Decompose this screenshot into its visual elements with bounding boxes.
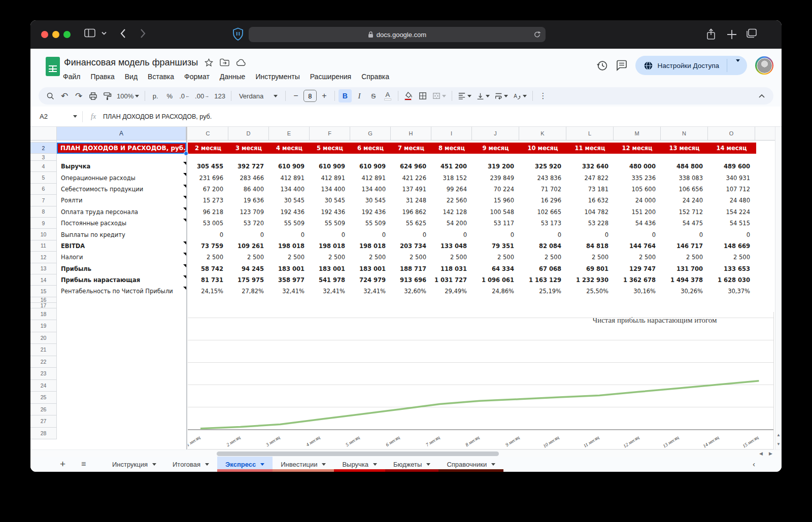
cell-E13[interactable]: 183 001 (269, 263, 310, 274)
embedded-chart[interactable]: Чистая прибыль нарастающим итогом 1 меся… (188, 312, 774, 449)
selection-fill-handle[interactable] (184, 151, 188, 156)
cloud-saved-icon[interactable] (236, 59, 247, 66)
cell-L14[interactable]: 1 232 930 (566, 274, 614, 286)
cell-D13[interactable]: 94 245 (228, 263, 269, 274)
collapse-toolbar-button[interactable] (755, 89, 768, 102)
cell-M4[interactable]: 480 000 (614, 161, 661, 172)
cell-E15[interactable]: 32,41% (269, 286, 310, 297)
cell-H6[interactable]: 137 491 (391, 184, 431, 195)
cell-E9[interactable]: 55 509 (269, 218, 310, 229)
cell-J8[interactable]: 100 548 (472, 206, 519, 218)
cell-C13[interactable]: 58 742 (188, 263, 228, 274)
cell-J4[interactable]: 319 200 (472, 161, 519, 172)
cell-H14[interactable]: 913 696 (391, 274, 431, 286)
row-header-28[interactable]: 28 (30, 428, 57, 440)
cell-F13[interactable]: 183 001 (310, 263, 350, 274)
cell-J7[interactable]: 15 960 (472, 195, 519, 206)
cell-G8[interactable]: 192 436 (350, 206, 391, 218)
search-menus-button[interactable] (44, 89, 57, 102)
horizontal-scrollbar-thumb[interactable] (217, 451, 499, 456)
column-header-G[interactable]: G (350, 127, 391, 140)
column-header-M[interactable]: M (614, 127, 661, 140)
cell-J11[interactable]: 79 351 (472, 240, 519, 252)
cell-C14[interactable]: 81 731 (188, 274, 228, 286)
sheet-tab-3[interactable]: Экспресс (217, 457, 273, 472)
bold-button[interactable]: B (339, 89, 352, 102)
increase-decimals-button[interactable]: .00→ (193, 89, 211, 102)
menu-item-4[interactable]: Вставка (148, 73, 174, 81)
version-history-icon[interactable] (596, 60, 608, 72)
cell-I12[interactable]: 2 500 (431, 252, 472, 263)
cell-D7[interactable]: 19 636 (228, 195, 269, 206)
cell-month-header-2[interactable]: 2 месяц (188, 143, 228, 154)
cell-L12[interactable]: 2 500 (566, 252, 614, 263)
cell-M6[interactable]: 105 600 (614, 184, 661, 195)
scroll-left-icon[interactable]: ◀ (759, 451, 763, 456)
zoom-window-button[interactable] (63, 31, 71, 38)
sheet-tab-5[interactable]: Выручка (334, 457, 385, 472)
cell-A8[interactable]: Оплата труда персонала (57, 206, 186, 218)
cell-O5[interactable]: 340 931 (708, 172, 755, 183)
cell-H15[interactable]: 32,60% (391, 286, 431, 297)
row-header-20[interactable]: 20 (30, 332, 57, 344)
sheet-tab-menu-icon[interactable] (322, 463, 326, 466)
cell-M9[interactable]: 54 436 (614, 218, 661, 229)
row-header-7[interactable]: 7 (30, 195, 57, 206)
borders-button[interactable] (416, 89, 429, 102)
cell-H8[interactable]: 196 862 (391, 206, 431, 218)
cell-month-header-8[interactable]: 8 месяц (431, 143, 472, 154)
all-sheets-button[interactable]: ≡ (81, 458, 86, 470)
row-header-8[interactable]: 8 (30, 206, 57, 218)
scroll-right-icon[interactable]: ▶ (769, 451, 772, 456)
cell-I7[interactable]: 22 560 (431, 195, 472, 206)
account-avatar[interactable] (755, 56, 773, 75)
cell-O7[interactable]: 24 480 (708, 195, 755, 206)
row-header-6[interactable]: 6 (30, 184, 57, 195)
cell-G10[interactable]: 0 (350, 229, 391, 240)
cell-K10[interactable]: 0 (519, 229, 566, 240)
cell-A13[interactable]: Прибыль (57, 263, 186, 274)
freeze-pane-divider[interactable] (186, 127, 187, 449)
cell-E5[interactable]: 412 891 (269, 172, 310, 183)
share-page-icon[interactable] (706, 28, 716, 40)
font-select[interactable]: Verdana (235, 89, 282, 102)
cell-A15[interactable]: Рентабельность по Чистой Прибыли (57, 286, 186, 297)
cell-G14[interactable]: 724 979 (350, 274, 391, 286)
address-bar[interactable]: docs.google.com (249, 27, 546, 42)
decrease-font-size-button[interactable]: − (289, 89, 302, 102)
fill-color-button[interactable] (402, 89, 415, 102)
row-header-24[interactable]: 24 (30, 380, 57, 392)
cell-G6[interactable]: 134 400 (350, 184, 391, 195)
forward-button[interactable] (140, 28, 146, 39)
sheets-logo-icon[interactable] (46, 57, 60, 76)
cell-A5[interactable]: Операционные расходы (57, 172, 186, 183)
cell-month-header-14[interactable]: 14 месяц (708, 143, 755, 154)
menu-item-1[interactable]: Файл (63, 73, 80, 81)
cell-I9[interactable]: 54 200 (431, 218, 472, 229)
cell-G7[interactable]: 30 545 (350, 195, 391, 206)
cell-I14[interactable]: 1 031 727 (431, 274, 472, 286)
menu-item-3[interactable]: Вид (125, 73, 138, 81)
cell-D9[interactable]: 53 720 (228, 218, 269, 229)
cell-J5[interactable]: 239 849 (472, 172, 519, 183)
undo-button[interactable]: ↶ (58, 89, 71, 102)
cell-F5[interactable]: 412 891 (310, 172, 350, 183)
vertical-align-button[interactable] (475, 89, 492, 102)
row-header-21[interactable]: 21 (30, 344, 57, 356)
redo-button[interactable]: ↷ (72, 89, 85, 102)
content-blocker-shield-icon[interactable] (232, 27, 244, 41)
row-header-11[interactable]: 11 (30, 240, 57, 252)
cell-I13[interactable]: 118 031 (431, 263, 472, 274)
menu-item-5[interactable]: Формат (184, 73, 210, 81)
cell-K7[interactable]: 16 296 (519, 195, 566, 206)
cell-N11[interactable]: 146 717 (661, 240, 708, 252)
cell-D10[interactable]: 0 (228, 229, 269, 240)
cell-E11[interactable]: 198 018 (269, 240, 310, 252)
cell-A11[interactable]: EBITDA (57, 240, 186, 252)
cell-O11[interactable]: 148 669 (708, 240, 755, 252)
cell-O15[interactable]: 30,37% (708, 286, 755, 297)
row-header-4[interactable]: 4 (30, 161, 57, 172)
row-header-5[interactable]: 5 (30, 172, 57, 183)
cell-F7[interactable]: 30 545 (310, 195, 350, 206)
cell-K6[interactable]: 71 702 (519, 184, 566, 195)
